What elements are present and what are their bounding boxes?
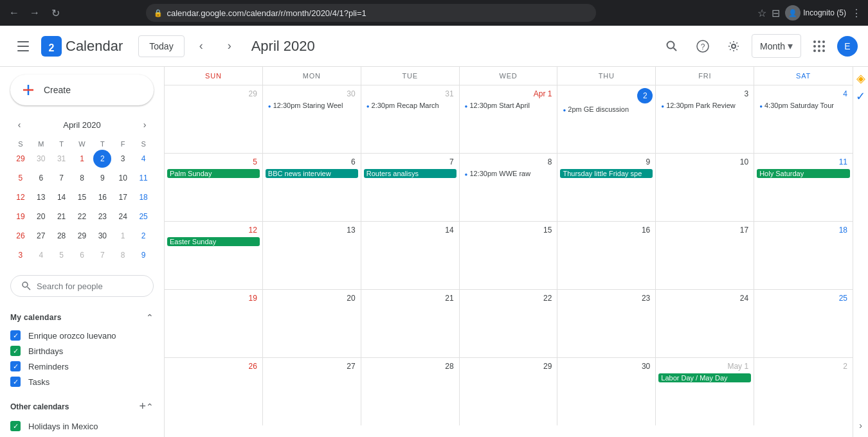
- reload-button[interactable]: ↻: [48, 5, 63, 21]
- day-number[interactable]: 3: [736, 88, 751, 100]
- calendar-event[interactable]: Routers analisys: [364, 169, 457, 178]
- calendar-cell[interactable]: 44:30pm Saturday Tour: [754, 85, 853, 153]
- mini-day[interactable]: 14: [53, 188, 71, 206]
- calendar-event[interactable]: Labor Day / May Day: [658, 373, 751, 382]
- calendar-cell[interactable]: 6BBC news interview: [263, 154, 361, 221]
- day-number[interactable]: 12: [244, 224, 260, 236]
- day-number[interactable]: 30: [637, 361, 653, 372]
- calendar-cell[interactable]: Apr 112:30pm Start April: [460, 85, 558, 153]
- mini-day[interactable]: 18: [134, 188, 152, 206]
- create-button[interactable]: Create: [10, 75, 154, 105]
- mini-next-button[interactable]: ›: [136, 116, 154, 134]
- day-number[interactable]: 2: [835, 361, 850, 372]
- calendar-cell[interactable]: 28: [361, 358, 460, 425]
- day-number[interactable]: 24: [736, 292, 751, 304]
- mini-day[interactable]: 4: [134, 150, 152, 168]
- day-number[interactable]: 29: [244, 88, 260, 100]
- mini-day[interactable]: 3: [12, 246, 30, 264]
- mini-day[interactable]: 6: [73, 246, 91, 264]
- mini-day[interactable]: 17: [114, 188, 132, 206]
- back-button[interactable]: ←: [6, 5, 22, 21]
- mini-day[interactable]: 10: [114, 169, 132, 187]
- mini-day[interactable]: 26: [12, 227, 30, 245]
- calendar-cell[interactable]: 30: [557, 358, 656, 425]
- other-calendars-header[interactable]: Other calendars + ⌃: [10, 395, 154, 418]
- calendar-cell[interactable]: 23: [557, 290, 656, 357]
- mini-day[interactable]: 16: [93, 188, 111, 206]
- calendar-event[interactable]: 4:30pm Saturday Tour: [757, 101, 850, 110]
- help-button[interactable]: ?: [690, 33, 716, 59]
- today-button[interactable]: Today: [138, 35, 184, 57]
- day-number[interactable]: 20: [343, 292, 358, 304]
- calendar-cell[interactable]: 24: [656, 290, 754, 357]
- right-panel-icon-1[interactable]: ◈: [854, 72, 867, 85]
- calendar-event[interactable]: 12:30pm Start April: [462, 101, 555, 110]
- mini-day[interactable]: 20: [32, 208, 50, 226]
- day-number[interactable]: 28: [441, 361, 457, 372]
- calendar-event[interactable]: 12:30pm Park Review: [658, 101, 751, 110]
- calendar-cell[interactable]: 5Palm Sunday: [165, 154, 263, 221]
- mini-day[interactable]: 15: [73, 188, 91, 206]
- mini-day[interactable]: 6: [32, 169, 50, 187]
- calendar-cell[interactable]: 29: [460, 358, 558, 425]
- day-number[interactable]: 29: [539, 361, 554, 372]
- calendar-cell[interactable]: 812:30pm WWE raw: [460, 154, 558, 221]
- search-people[interactable]: Search for people: [10, 275, 154, 297]
- user-avatar[interactable]: E: [837, 36, 858, 57]
- star-button[interactable]: ☆: [757, 7, 766, 19]
- mini-day[interactable]: 8: [114, 246, 132, 264]
- calendar-event[interactable]: 12:30pm WWE raw: [462, 169, 555, 178]
- mini-day[interactable]: 29: [73, 227, 91, 245]
- my-calendar-item[interactable]: ✓Birthdays: [10, 343, 154, 359]
- calendar-cell[interactable]: 21: [361, 290, 460, 357]
- day-number[interactable]: 11: [835, 156, 850, 168]
- day-number[interactable]: 22: [539, 292, 554, 304]
- mini-day[interactable]: 4: [32, 246, 50, 264]
- mini-day[interactable]: 21: [53, 208, 71, 226]
- day-number[interactable]: 25: [835, 292, 850, 304]
- apps-button[interactable]: [806, 33, 832, 59]
- day-number[interactable]: 5: [244, 156, 260, 168]
- calendar-event[interactable]: 2pm GE discussion: [560, 105, 653, 114]
- calendar-cell[interactable]: 16: [557, 222, 656, 289]
- day-number[interactable]: 16: [637, 224, 653, 236]
- day-number[interactable]: 26: [244, 361, 260, 372]
- calendar-cell[interactable]: 27: [263, 358, 361, 425]
- other-calendar-item[interactable]: ✓Holidays in Mexico: [10, 418, 154, 434]
- my-calendars-toggle[interactable]: ⌃: [146, 312, 154, 323]
- day-number[interactable]: 18: [835, 224, 850, 236]
- settings-button[interactable]: [721, 33, 746, 59]
- cast-button[interactable]: ⊟: [772, 7, 780, 19]
- mini-day[interactable]: 2: [134, 227, 152, 245]
- calendar-event[interactable]: Palm Sunday: [167, 169, 260, 178]
- day-number[interactable]: 4: [835, 88, 850, 100]
- calendar-cell[interactable]: 9Thursday little Friday spe: [557, 154, 656, 221]
- day-number[interactable]: 14: [441, 224, 457, 236]
- prev-month-button[interactable]: ‹: [190, 35, 213, 58]
- mini-day[interactable]: 29: [12, 150, 30, 168]
- calendar-cell[interactable]: 312:30pm Recap March: [361, 85, 460, 153]
- my-calendars-header[interactable]: My calendars ⌃: [10, 307, 154, 328]
- mini-day[interactable]: 2: [93, 150, 111, 168]
- calendar-cell[interactable]: 22pm GE discussion: [557, 85, 656, 153]
- day-number[interactable]: 30: [343, 88, 358, 100]
- mini-day[interactable]: 1: [114, 227, 132, 245]
- mini-day[interactable]: 7: [93, 246, 111, 264]
- mini-day[interactable]: 27: [32, 227, 50, 245]
- day-number[interactable]: 19: [244, 292, 260, 304]
- calendar-event[interactable]: Easter Sunday: [167, 237, 260, 246]
- mini-prev-button[interactable]: ‹: [10, 116, 28, 134]
- calendar-event[interactable]: 12:30pm Staring Weel: [266, 101, 358, 110]
- mini-day[interactable]: 8: [73, 169, 91, 187]
- search-button[interactable]: [659, 33, 685, 59]
- more-button[interactable]: ⋮: [851, 7, 862, 19]
- mini-day[interactable]: 19: [12, 208, 30, 226]
- calendar-event[interactable]: Holy Saturday: [757, 169, 850, 178]
- calendar-cell[interactable]: 10: [656, 154, 754, 221]
- day-number[interactable]: 27: [343, 361, 358, 372]
- mini-day[interactable]: 31: [53, 150, 71, 168]
- calendar-cell[interactable]: 7Routers analisys: [361, 154, 460, 221]
- mini-day[interactable]: 11: [134, 169, 152, 187]
- mini-day[interactable]: 7: [53, 169, 71, 187]
- my-calendar-item[interactable]: ✓Reminders: [10, 359, 154, 374]
